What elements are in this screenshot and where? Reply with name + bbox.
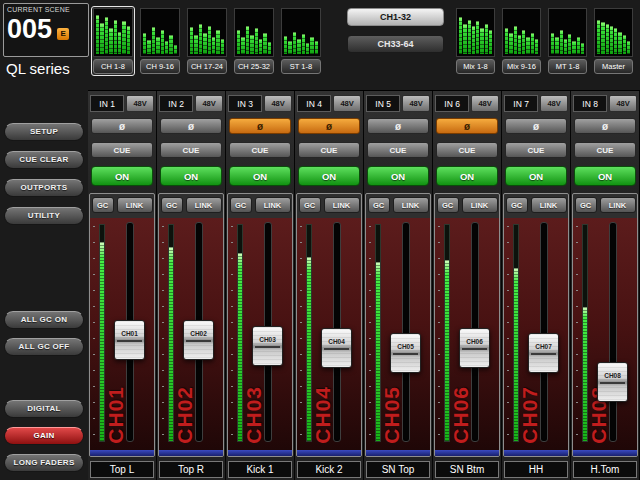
channel-name[interactable]: H.Tom [573, 461, 637, 478]
cue-button[interactable]: CUE [505, 142, 567, 158]
link-button[interactable]: LINK [117, 197, 153, 213]
fader-scale-ticks [231, 226, 233, 440]
phase-button[interactable]: ø [298, 118, 360, 134]
channel-on-button[interactable]: ON [436, 166, 498, 186]
phase-button[interactable]: ø [160, 118, 222, 134]
gain-compensation-button[interactable]: GC [368, 197, 390, 213]
strip-body-panel: GCLINKCH07CH07 [503, 193, 569, 457]
channel-strip-ch05: IN 548VøCUEONGCLINKCH05CH05SN Top [364, 91, 433, 480]
meter-bar [194, 35, 197, 54]
cue-button[interactable]: CUE [298, 142, 360, 158]
input-row: IN 448V [297, 95, 361, 112]
gain-compensation-button[interactable]: GC [575, 197, 597, 213]
phase-button[interactable]: ø [91, 118, 153, 134]
fader-track[interactable] [609, 222, 617, 442]
fader-knob[interactable]: CH06 [459, 328, 490, 368]
gain-button[interactable]: GAIN [4, 427, 84, 445]
digital-button[interactable]: DIGITAL [4, 400, 84, 418]
phantom-48v-button[interactable]: 48V [333, 95, 361, 112]
meter-tab-mix-1-8[interactable]: Mix 1-8 [456, 59, 495, 74]
meter-tab-master[interactable]: Master [594, 59, 633, 74]
phase-button[interactable]: ø [505, 118, 567, 134]
fader-knob-label: CH02 [184, 330, 213, 337]
gain-compensation-button[interactable]: GC [230, 197, 252, 213]
input-port-label: IN 2 [159, 95, 193, 112]
meter-tab-ch-9-16[interactable]: CH 9-16 [140, 59, 180, 74]
channel-on-button[interactable]: ON [91, 166, 153, 186]
link-button[interactable]: LINK [393, 197, 429, 213]
gain-compensation-button[interactable]: GC [161, 197, 183, 213]
link-button[interactable]: LINK [462, 197, 498, 213]
setup-button[interactable]: SETUP [4, 123, 84, 141]
cue-button[interactable]: CUE [91, 142, 153, 158]
phase-button[interactable]: ø [436, 118, 498, 134]
channel-name[interactable]: Top L [90, 461, 154, 478]
link-button[interactable]: LINK [255, 197, 291, 213]
cue-button[interactable]: CUE [160, 142, 222, 158]
channel-name[interactable]: Kick 2 [297, 461, 361, 478]
meter-bar [614, 28, 617, 54]
channel-name[interactable]: SN Top [366, 461, 430, 478]
link-button[interactable]: LINK [324, 197, 360, 213]
gain-compensation-button[interactable]: GC [437, 197, 459, 213]
meter-tab-mt-1-8[interactable]: MT 1-8 [548, 59, 587, 74]
utility-button[interactable]: UTILITY [4, 207, 84, 225]
channel-name[interactable]: Top R [159, 461, 223, 478]
fader-knob[interactable]: CH08 [597, 362, 628, 402]
layer-bank-ch33-64-button[interactable]: CH33-64 [347, 35, 444, 53]
channel-on-button[interactable]: ON [229, 166, 291, 186]
scene-number: 005 [7, 14, 52, 44]
strip-body-panel: GCLINKCH02CH02 [158, 193, 224, 457]
phase-button[interactable]: ø [574, 118, 636, 134]
outports-button[interactable]: OUTPORTS [4, 179, 84, 197]
layer-bank-ch1-32-button[interactable]: CH1-32 [347, 8, 444, 26]
fader-knob[interactable]: CH03 [252, 326, 283, 366]
link-button[interactable]: LINK [600, 197, 636, 213]
phantom-48v-button[interactable]: 48V [264, 95, 292, 112]
fader-knob[interactable]: CH04 [321, 328, 352, 368]
fader-knob[interactable]: CH05 [390, 333, 421, 373]
fader-knob[interactable]: CH01 [114, 320, 145, 360]
cue-button[interactable]: CUE [229, 142, 291, 158]
phantom-48v-button[interactable]: 48V [195, 95, 223, 112]
channel-on-button[interactable]: ON [298, 166, 360, 186]
meter-tab-mix-9-16[interactable]: Mix 9-16 [502, 59, 541, 74]
phantom-48v-button[interactable]: 48V [540, 95, 568, 112]
gain-compensation-button[interactable]: GC [299, 197, 321, 213]
all-gc-off-button[interactable]: ALL GC OFF [4, 338, 84, 356]
fader-knob[interactable]: CH02 [183, 320, 214, 360]
fader-track[interactable] [540, 222, 548, 442]
channel-name[interactable]: HH [504, 461, 568, 478]
meter-tab-ch-25-32[interactable]: CH 25-32 [234, 59, 274, 74]
channel-on-button[interactable]: ON [574, 166, 636, 186]
phantom-48v-button[interactable]: 48V [126, 95, 154, 112]
cue-button[interactable]: CUE [574, 142, 636, 158]
meter-tab-st-1-8[interactable]: ST 1-8 [281, 59, 321, 74]
phantom-48v-button[interactable]: 48V [609, 95, 637, 112]
fader-track[interactable] [402, 222, 410, 442]
long-faders-button[interactable]: LONG FADERS [4, 454, 84, 472]
phase-button[interactable]: ø [229, 118, 291, 134]
channel-name[interactable]: Kick 1 [228, 461, 292, 478]
all-gc-on-button[interactable]: ALL GC ON [4, 311, 84, 329]
channel-name[interactable]: SN Btm [435, 461, 499, 478]
meter-tab-ch-1-8[interactable]: CH 1-8 [93, 59, 133, 74]
link-button[interactable]: LINK [186, 197, 222, 213]
phase-button[interactable]: ø [367, 118, 429, 134]
phantom-48v-button[interactable]: 48V [402, 95, 430, 112]
fader-knob[interactable]: CH07 [528, 333, 559, 373]
cue-button[interactable]: CUE [436, 142, 498, 158]
meter-bar [535, 39, 538, 54]
gain-compensation-button[interactable]: GC [506, 197, 528, 213]
meter-tab-ch-17-24[interactable]: CH 17-24 [187, 59, 227, 74]
channel-on-button[interactable]: ON [505, 166, 567, 186]
link-button[interactable]: LINK [531, 197, 567, 213]
cue-clear-button[interactable]: CUE CLEAR [4, 151, 84, 169]
gain-compensation-button[interactable]: GC [92, 197, 114, 213]
fader-knob-groove [393, 353, 418, 355]
channel-on-button[interactable]: ON [160, 166, 222, 186]
phantom-48v-button[interactable]: 48V [471, 95, 499, 112]
channel-strip-ch07: IN 748VøCUEONGCLINKCH07CH07HH [502, 91, 571, 480]
channel-on-button[interactable]: ON [367, 166, 429, 186]
cue-button[interactable]: CUE [367, 142, 429, 158]
